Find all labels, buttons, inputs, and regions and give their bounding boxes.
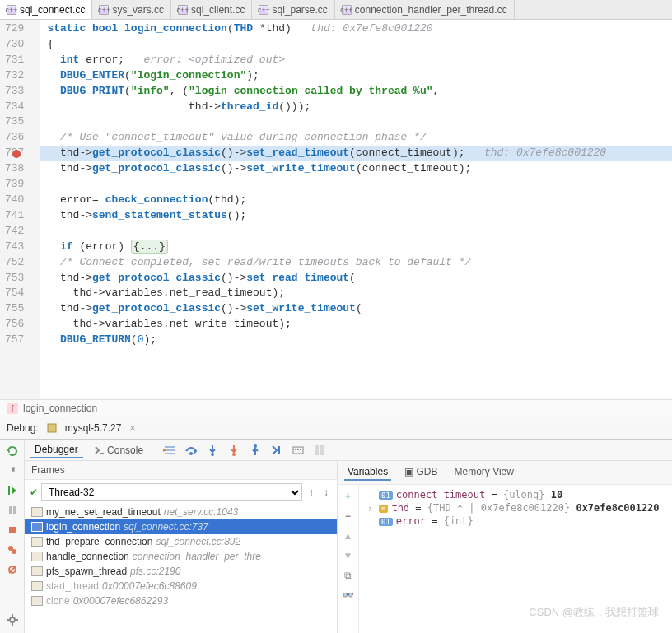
- force-step-into-icon[interactable]: [226, 442, 242, 458]
- debug-header: Debug: mysql-5.7.27 ×: [0, 417, 672, 440]
- svg-rect-0: [48, 424, 56, 432]
- layout-icon[interactable]: [311, 442, 328, 458]
- close-icon[interactable]: ×: [129, 422, 135, 434]
- debug-label: Debug:: [7, 422, 39, 434]
- cpp-file-icon: c++: [342, 5, 352, 15]
- file-tab[interactable]: c++sys_vars.cc: [92, 0, 171, 19]
- frame-item[interactable]: start_thread 0x00007efec6c88609: [25, 579, 337, 593]
- step-over-icon[interactable]: [183, 442, 199, 458]
- frame-item[interactable]: login_connection sql_connect.cc:737: [25, 519, 337, 534]
- editor-tabs: c++sql_connect.ccc++sys_vars.ccc++sql_cl…: [0, 0, 672, 20]
- code-area[interactable]: static bool login_connection(THD *thd) t…: [40, 20, 672, 399]
- cpp-file-icon: c++: [259, 5, 268, 15]
- view-breakpoints-icon[interactable]: [4, 542, 21, 558]
- frame-item[interactable]: handle_connection connection_handler_per…: [25, 549, 337, 564]
- frame-icon: [31, 596, 43, 606]
- svg-point-20: [211, 453, 214, 456]
- file-tab[interactable]: c++sql_connect.cc: [0, 0, 92, 19]
- step-out-icon[interactable]: [247, 442, 264, 458]
- show-exec-icon[interactable]: [161, 442, 178, 458]
- svg-point-6: [12, 549, 16, 554]
- gear-icon[interactable]: [4, 612, 21, 628]
- breadcrumb-function: login_connection: [23, 403, 97, 414]
- frames-panel: Frames ✔ Thread-32 ↑ ↓ my_net_set_read_t…: [25, 461, 338, 633]
- cpp-file-icon: c++: [7, 5, 16, 15]
- evaluate-icon[interactable]: [290, 442, 306, 458]
- file-tab[interactable]: c++sql_client.cc: [171, 0, 252, 19]
- frame-item[interactable]: thd_prepare_connection sql_connect.cc:89…: [25, 534, 337, 549]
- resume-icon[interactable]: [4, 482, 21, 499]
- glasses-icon[interactable]: 👓: [340, 587, 357, 603]
- tab-console[interactable]: Console: [90, 443, 148, 458]
- frame-item[interactable]: my_net_set_read_timeout net_serv.cc:1043: [25, 505, 337, 519]
- svg-rect-31: [320, 445, 324, 455]
- thread-select[interactable]: Thread-32: [41, 483, 302, 501]
- cpp-file-icon: c++: [99, 5, 109, 15]
- debug-config[interactable]: mysql-5.7.27: [65, 422, 122, 434]
- tab-variables[interactable]: Variables: [344, 464, 391, 481]
- frame-icon: [31, 507, 43, 517]
- tab-gdb[interactable]: ▣ GDB: [401, 464, 441, 481]
- svg-point-9: [10, 617, 15, 622]
- frame-icon: [31, 522, 43, 532]
- file-tab[interactable]: c++sql_parse.cc: [252, 0, 334, 19]
- up-icon[interactable]: ▲: [340, 528, 357, 544]
- svg-rect-30: [315, 445, 319, 455]
- breadcrumb: f login_connection: [0, 399, 672, 417]
- debug-tabs-row: Debugger Console: [25, 440, 672, 461]
- copy-icon[interactable]: ⧉: [340, 567, 357, 584]
- frame-icon: [31, 581, 43, 591]
- down-icon[interactable]: ▼: [340, 547, 357, 564]
- check-icon: ✔: [30, 486, 38, 498]
- run-config-icon[interactable]: [44, 420, 60, 436]
- variable-list[interactable]: 01connect_timeout = {ulong} 10›≡thd = {T…: [359, 485, 672, 633]
- tab-memory[interactable]: Memory View: [451, 464, 517, 481]
- debug-sidebar: [0, 440, 25, 633]
- svg-rect-2: [9, 506, 12, 514]
- frame-list[interactable]: my_net_set_read_timeout net_serv.cc:1043…: [25, 505, 337, 608]
- remove-watch-icon[interactable]: −: [340, 508, 357, 524]
- step-into-icon[interactable]: [204, 442, 221, 458]
- mute-breakpoints-icon[interactable]: [4, 561, 21, 578]
- variable-row[interactable]: ›≡thd = {THD * | 0x7efe8c001220} 0x7efe8…: [364, 501, 667, 514]
- frame-item[interactable]: clone 0x00007efec6862293: [25, 593, 337, 608]
- next-frame-icon[interactable]: ↓: [320, 486, 332, 498]
- frame-icon: [31, 552, 43, 561]
- settings-icon[interactable]: [4, 463, 21, 479]
- code-editor: 7297307317327337347357367377387397407417…: [0, 20, 672, 399]
- prev-frame-icon[interactable]: ↑: [306, 486, 317, 498]
- variable-row[interactable]: 01error = {int}: [364, 514, 667, 528]
- frame-icon: [31, 566, 43, 576]
- variables-panel: Variables ▣ GDB Memory View + − ▲ ▼ ⧉ 👓 …: [338, 461, 672, 633]
- rerun-icon[interactable]: [4, 443, 21, 459]
- debug-panel: Debugger Console Frames ✔ Thread-32 ↑: [0, 440, 672, 633]
- variable-row[interactable]: 01connect_timeout = {ulong} 10: [364, 488, 667, 501]
- file-tab[interactable]: c++connection_handler_per_thread.cc: [335, 0, 515, 19]
- run-to-cursor-icon[interactable]: [268, 442, 285, 458]
- add-watch-icon[interactable]: +: [340, 488, 357, 505]
- svg-point-22: [232, 453, 236, 456]
- svg-rect-29: [300, 449, 301, 450]
- stop-icon[interactable]: [4, 522, 21, 538]
- svg-rect-1: [8, 486, 10, 495]
- frame-item[interactable]: pfs_spawn_thread pfs.cc:2190: [25, 564, 337, 579]
- svg-rect-28: [297, 449, 299, 450]
- frames-title: Frames: [25, 461, 337, 480]
- svg-rect-27: [295, 449, 296, 450]
- pause-icon[interactable]: [4, 502, 21, 519]
- cpp-file-icon: c++: [178, 5, 188, 15]
- tab-debugger[interactable]: Debugger: [30, 442, 83, 458]
- svg-point-24: [254, 444, 257, 448]
- line-gutter: 7297307317327337347357367377387397407417…: [0, 20, 40, 399]
- frame-icon: [31, 537, 43, 547]
- svg-point-18: [189, 452, 193, 455]
- svg-rect-3: [13, 506, 16, 514]
- function-icon: f: [7, 403, 18, 414]
- chevron-right-icon[interactable]: ›: [367, 503, 373, 514]
- svg-rect-4: [9, 527, 16, 533]
